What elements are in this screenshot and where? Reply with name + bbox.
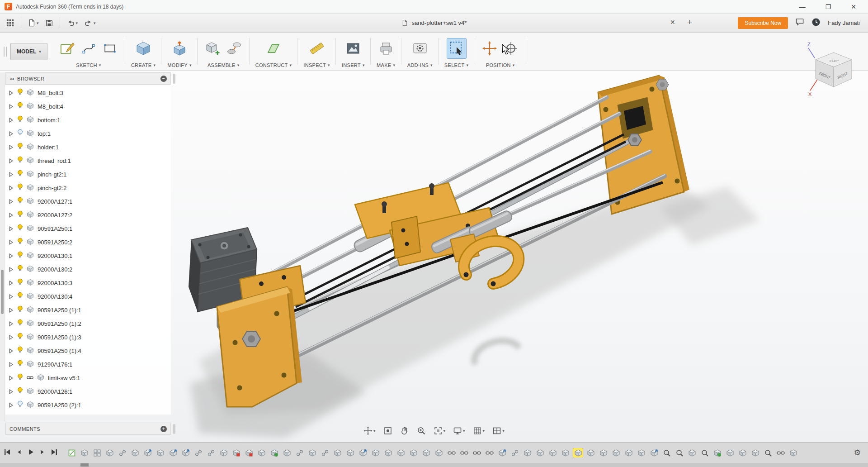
visibility-bulb-icon[interactable] [17, 319, 23, 328]
capture-position-icon[interactable] [480, 38, 499, 58]
grid-snaps-button[interactable]: ▾ [471, 425, 487, 437]
orbit-button[interactable]: ▾ [362, 425, 377, 437]
visibility-bulb-icon[interactable] [17, 360, 23, 369]
sand-plotter-3d-model[interactable] [172, 71, 868, 442]
component-label[interactable]: 92000A126:1 [38, 388, 72, 395]
timeline-feature-box-icon[interactable] [611, 448, 621, 457]
visibility-bulb-icon[interactable] [17, 292, 23, 301]
visibility-bulb-icon[interactable] [17, 373, 23, 382]
timeline-scroll-thumb[interactable] [80, 463, 89, 467]
component-label[interactable]: 92000A130:1 [38, 253, 72, 259]
browser-item[interactable]: holder:1 [5, 140, 171, 154]
component-label[interactable]: 90591A250 (1):3 [38, 334, 81, 341]
timeline-feature-box-icon[interactable] [535, 448, 545, 457]
timeline-feature-boxarrow-icon[interactable] [497, 448, 507, 457]
leadscrew-nut[interactable] [628, 134, 642, 146]
browser-item[interactable]: 92000A127:1 [5, 195, 171, 208]
pan-button[interactable] [398, 425, 411, 437]
visibility-bulb-icon[interactable] [17, 143, 23, 152]
timeline-feature-magnify-icon[interactable] [763, 448, 773, 457]
timeline-feature-box-icon[interactable] [561, 448, 570, 457]
visibility-bulb-icon[interactable] [17, 265, 23, 274]
timeline-feature-box-icon[interactable] [219, 448, 228, 457]
timeline-feature-magnify-icon[interactable] [700, 448, 709, 457]
timeline-feature-box-icon[interactable] [345, 448, 355, 457]
timeline-feature-magnify-icon[interactable] [662, 448, 671, 457]
expand-arrow-icon[interactable] [9, 186, 14, 191]
expand-arrow-icon[interactable] [9, 308, 14, 313]
expand-arrow-icon[interactable] [9, 145, 14, 150]
browser-item[interactable]: 90591A250 (1):4 [5, 344, 171, 357]
component-label[interactable]: 90591A250 (1):2 [38, 320, 81, 327]
visibility-bulb-icon[interactable] [17, 278, 23, 287]
expand-arrow-icon[interactable] [9, 226, 14, 231]
expand-arrow-icon[interactable] [9, 158, 14, 163]
visibility-bulb-icon[interactable] [17, 156, 23, 165]
skip-end-button[interactable] [51, 448, 58, 457]
visibility-bulb-icon[interactable] [17, 224, 23, 233]
timeline-feature-box-icon[interactable] [421, 448, 431, 457]
timeline-feature-box-icon[interactable] [624, 448, 633, 457]
visibility-bulb-icon[interactable] [17, 400, 23, 410]
visibility-bulb-icon[interactable] [17, 346, 23, 355]
browser-item[interactable]: M8_bolt:4 [5, 100, 171, 113]
close-button[interactable]: ✕ [851, 3, 856, 10]
browser-item[interactable]: M8_bolt:3 [5, 86, 171, 100]
timeline-feature-red-icon[interactable] [244, 448, 254, 457]
step-forward-button[interactable] [39, 448, 46, 457]
panel-grip-handle[interactable] [173, 74, 175, 84]
browser-item[interactable]: 92000A130:3 [5, 276, 171, 290]
new-component-icon[interactable] [203, 38, 222, 58]
timeline-feature-box-icon[interactable] [333, 448, 342, 457]
select-icon[interactable] [447, 38, 466, 58]
create-sketch-icon[interactable] [58, 38, 77, 58]
expand-arrow-icon[interactable] [9, 376, 14, 381]
timeline-feature-link-icon[interactable] [776, 448, 785, 457]
timeline-feature-green-icon[interactable] [269, 448, 279, 457]
zoom-button[interactable] [415, 425, 428, 437]
visibility-bulb-icon[interactable] [17, 102, 23, 111]
timeline-feature-joint-icon[interactable] [510, 448, 519, 457]
timeline-feature-link-icon[interactable] [447, 448, 456, 457]
browser-item[interactable]: 90591A250 (1):3 [5, 330, 171, 344]
timeline-feature-boxarrow-icon[interactable] [181, 448, 190, 457]
browser-item[interactable]: 92000A127:2 [5, 208, 171, 222]
visibility-bulb-icon[interactable] [17, 88, 23, 97]
component-label[interactable]: 90591A250:1 [38, 225, 72, 232]
fit-button[interactable]: ▾ [432, 425, 448, 437]
press-pull-icon[interactable] [170, 38, 189, 58]
file-menu-icon[interactable]: ▾ [25, 17, 41, 29]
skip-start-button[interactable] [4, 448, 11, 457]
expand-arrow-icon[interactable] [9, 91, 14, 95]
rib-group-label-select[interactable]: SELECT▾ [444, 61, 468, 68]
timeline-feature-sketch-icon[interactable] [67, 448, 76, 457]
measure-icon[interactable] [307, 38, 326, 58]
component-label[interactable]: pinch-gt2:1 [38, 171, 66, 178]
feedback-icon[interactable] [795, 18, 804, 28]
component-label[interactable]: bottom:1 [38, 117, 61, 124]
collapse-browser-icon[interactable]: − [160, 76, 167, 82]
component-label[interactable]: pinch-gt2:2 [38, 185, 66, 191]
expand-arrow-icon[interactable] [9, 199, 14, 204]
insert-canvas-icon[interactable] [344, 38, 363, 58]
component-label[interactable]: 90591A250 (2):1 [38, 402, 81, 409]
view-cube[interactable]: Z X TOP FRONT RIGHT [806, 40, 864, 108]
expand-arrow-icon[interactable] [9, 118, 14, 123]
timeline-feature-joint-icon[interactable] [295, 448, 304, 457]
new-tab-icon[interactable]: + [687, 17, 692, 27]
browser-item[interactable]: 92000A130:1 [5, 249, 171, 262]
visibility-bulb-icon[interactable] [17, 129, 23, 138]
expand-arrow-icon[interactable] [9, 335, 14, 340]
expand-arrow-icon[interactable] [9, 362, 14, 367]
timeline-feature-box-icon[interactable] [434, 448, 443, 457]
visibility-bulb-icon[interactable] [17, 210, 23, 219]
timeline-feature-box-icon[interactable] [523, 448, 532, 457]
component-label[interactable]: holder:1 [38, 144, 59, 151]
timeline-feature-box-icon[interactable] [725, 448, 735, 457]
document-tab[interactable]: sand-plotter+sw1 v4* [401, 19, 467, 27]
look-at-button[interactable] [382, 425, 394, 437]
workspace-selector[interactable]: MODEL ▾ [10, 43, 47, 60]
browser-item[interactable]: 90591A250:1 [5, 222, 171, 235]
toolbar-grip[interactable] [4, 47, 7, 57]
joint-icon[interactable] [225, 38, 244, 58]
